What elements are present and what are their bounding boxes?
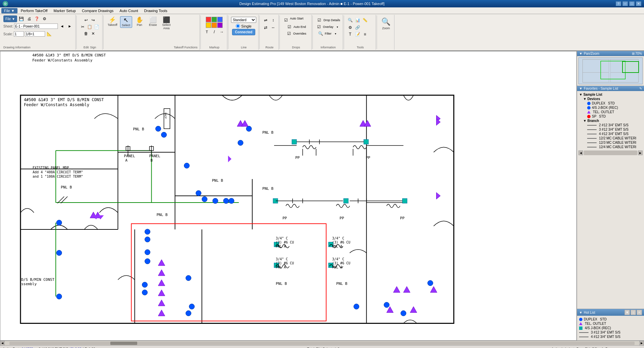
branch-mc22[interactable]: 12/2 MC CABLE W/TERI xyxy=(586,136,643,140)
fav-scroll-right[interactable]: ▶ xyxy=(638,150,643,155)
scale-value-input[interactable] xyxy=(14,31,24,37)
single-radio[interactable] xyxy=(236,24,240,28)
redo-icon[interactable]: ↪ xyxy=(90,17,97,24)
branch-3-12[interactable]: 3 #12 3/4" EMT S/S xyxy=(586,127,643,132)
overlay-checkbox[interactable]: ☑ xyxy=(315,24,322,30)
canvas-area[interactable]: FACP xyxy=(0,51,577,341)
route-icon2[interactable]: ↕ xyxy=(270,17,276,24)
hscroll-track[interactable] xyxy=(9,342,635,345)
hot-duplex[interactable]: DUPLEX STD xyxy=(578,317,643,321)
device-duplex[interactable]: DUPLEX STD xyxy=(586,101,643,105)
hscrollbar[interactable]: ◀ ▶ xyxy=(0,341,644,345)
branch-mc23[interactable]: 12/3 MC CABLE W/TERI xyxy=(586,140,643,145)
tool7-icon[interactable]: 📝 xyxy=(354,31,361,38)
device-jbox[interactable]: 4/S J-BOX (REC) xyxy=(586,105,643,110)
color-orange[interactable] xyxy=(212,23,217,28)
cut-icon[interactable]: ✂ xyxy=(79,24,86,30)
print-icon[interactable]: 🖨 xyxy=(26,15,33,22)
hot-4-12[interactable]: 4 #12 3/4" EMT S/S xyxy=(578,335,643,339)
route-icon4[interactable]: ↔ xyxy=(270,24,276,31)
color-blue[interactable] xyxy=(217,17,223,22)
file-dropdown-button[interactable]: File ▼ xyxy=(3,15,17,22)
fav-scroll-left[interactable]: ◀ xyxy=(578,150,583,155)
sheet-input[interactable] xyxy=(14,24,58,29)
connected-button[interactable]: Connected xyxy=(232,29,256,35)
hot-3-12[interactable]: 3 #12 3/4" EMT S/S xyxy=(578,330,643,335)
sheet-nav-next[interactable]: ▶ xyxy=(67,23,73,30)
route-icon1[interactable]: ⇌ xyxy=(262,17,269,24)
pan-zoom-viewport[interactable] xyxy=(578,57,643,84)
color-purple[interactable] xyxy=(217,23,223,28)
erase-button[interactable]: ⬜ Erase xyxy=(147,16,159,27)
pan-button[interactable]: ✋ Pan xyxy=(134,16,146,27)
hotlist-add-btn[interactable]: + xyxy=(637,310,642,315)
filter-dropdown[interactable]: ▼ xyxy=(332,30,339,37)
device-tel[interactable]: TEL. OUTLET xyxy=(586,110,643,114)
auto-start-checkbox[interactable]: ☑ xyxy=(282,17,289,24)
device-sp[interactable]: SP STD xyxy=(586,114,643,119)
hot-jbox[interactable]: 4/S J-BOX (REC) xyxy=(578,326,643,330)
favorites-edit-icon[interactable]: ✎ xyxy=(639,87,642,90)
tool4-icon[interactable]: ⚙ xyxy=(347,24,353,31)
cancel-icon[interactable]: ✕ xyxy=(90,30,97,37)
hscroll-right[interactable]: ▶ xyxy=(639,341,644,346)
settings-icon[interactable]: ⚙ xyxy=(41,15,48,22)
fav-scrollbar-track[interactable] xyxy=(584,150,637,155)
hscroll-left[interactable]: ◀ xyxy=(0,341,5,346)
paste-icon[interactable]: 📄 xyxy=(93,24,100,30)
filter-icon[interactable]: 🔍 xyxy=(317,30,324,37)
markup-line-icon[interactable]: / xyxy=(211,29,218,35)
route-icon3[interactable]: ⇄ xyxy=(262,24,269,31)
hot-tel[interactable]: TEL. OUTLET xyxy=(578,321,643,326)
branch-2-12[interactable]: 2 #12 3/4" EMT S/S xyxy=(586,123,643,127)
pan-zoom-collapse[interactable]: ▼ xyxy=(579,52,582,55)
overlay-dropdown[interactable]: ▼ xyxy=(334,24,341,30)
undo-icon[interactable]: ↩ xyxy=(83,17,89,24)
line-style-select[interactable]: Standard xyxy=(231,17,256,23)
tool1-icon[interactable]: 🔍 xyxy=(347,17,353,24)
menu-compare-drawings[interactable]: Compare Drawings xyxy=(79,8,116,13)
menu-auto-count[interactable]: Auto Count xyxy=(117,8,141,13)
hotlist-collapse[interactable]: ▼ xyxy=(579,311,582,314)
zoom-button[interactable]: 🔍 Zoom xyxy=(380,17,392,31)
save-icon[interactable]: 💾 xyxy=(18,15,25,22)
markup-arrow-icon[interactable]: → xyxy=(218,29,225,35)
select-area-button[interactable]: ⬛ SelectArea xyxy=(160,16,173,31)
color-green[interactable] xyxy=(212,17,217,22)
tool8-icon[interactable]: ≡ xyxy=(362,31,368,38)
maximize-button[interactable]: □ xyxy=(629,1,635,6)
help-icon[interactable]: ❓ xyxy=(34,15,40,22)
tool2-icon[interactable]: 📊 xyxy=(354,17,361,24)
menu-marker-setup[interactable]: Marker Setup xyxy=(51,8,78,13)
hotlist-filter-btn[interactable]: ▼ xyxy=(624,310,630,315)
pan-zoom-icon1[interactable]: ⊞ xyxy=(632,52,635,55)
scale-icon[interactable]: 📐 xyxy=(46,31,53,37)
menu-perform-takeoff[interactable]: Perform TakeOff xyxy=(18,8,50,13)
select-button[interactable]: ↖ Select xyxy=(120,16,132,28)
sample-list-collapse[interactable]: ▼ xyxy=(579,93,583,96)
menu-drawing-tools[interactable]: Drawing Tools xyxy=(142,8,170,13)
takeoff-button[interactable]: ⚡ Takeoff xyxy=(106,16,119,27)
close-button[interactable]: ✕ xyxy=(636,1,641,6)
minimize-button[interactable]: ─ xyxy=(622,1,628,6)
help-button[interactable]: ? xyxy=(616,1,621,6)
menu-file[interactable]: File ▼ xyxy=(1,8,17,13)
markup-text-icon[interactable]: T xyxy=(203,29,210,35)
branch-4-12[interactable]: 4 #12 3/4" EMT S/S xyxy=(586,132,643,136)
sheet-nav-prev[interactable]: ◀ xyxy=(59,23,66,30)
scale-ratio-input[interactable] xyxy=(25,31,45,37)
overrides-checkbox[interactable]: ☑ xyxy=(286,30,293,37)
branch-mc24[interactable]: 12/4 MC CABLE W/TERI xyxy=(586,145,643,149)
tool5-icon[interactable]: 🔗 xyxy=(354,24,361,31)
auto-end-checkbox[interactable]: ☑ xyxy=(286,24,293,30)
tool6-icon[interactable]: T xyxy=(347,31,353,38)
delete-icon[interactable]: 🗑 xyxy=(83,30,89,37)
copy-icon[interactable]: 📋 xyxy=(86,24,93,30)
drop-details-checkbox[interactable]: ☑ xyxy=(316,17,323,24)
favorites-collapse[interactable]: ▼ xyxy=(579,87,582,90)
hotlist-sort-btn[interactable]: ↕ xyxy=(631,310,636,315)
color-yellow[interactable] xyxy=(206,23,211,28)
color-red[interactable] xyxy=(206,17,211,22)
hscroll-thumb[interactable] xyxy=(110,342,137,345)
tool3-icon[interactable]: 📏 xyxy=(362,17,368,24)
